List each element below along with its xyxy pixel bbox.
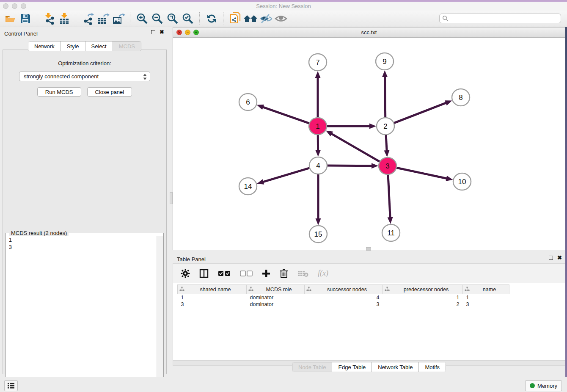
table-cell[interactable]: dominator <box>247 301 305 308</box>
graph-edge-4-14[interactable] <box>257 168 311 185</box>
hide-selected-button[interactable] <box>258 11 273 26</box>
graph-node-3[interactable]: 3 <box>379 157 396 174</box>
search-box[interactable] <box>439 14 561 23</box>
refresh-button[interactable] <box>204 11 219 26</box>
import-network-button[interactable] <box>41 11 57 26</box>
zoom-out-button[interactable] <box>150 11 165 26</box>
tab-node-table[interactable]: Node Table <box>292 362 333 372</box>
table-cell[interactable]: 4 <box>305 294 383 301</box>
float-panel-icon[interactable] <box>151 30 155 34</box>
open-file-button[interactable] <box>3 11 18 26</box>
delete-table-button[interactable] <box>297 270 308 277</box>
zoom-in-button[interactable] <box>135 11 150 26</box>
deselect-all-button[interactable] <box>240 271 253 276</box>
graph-node-11[interactable]: 11 <box>382 224 400 241</box>
delete-column-button[interactable] <box>280 269 288 278</box>
run-mcds-button[interactable]: Run MCDS <box>37 87 81 97</box>
graph-node-1[interactable]: 1 <box>309 118 327 135</box>
select-all-button[interactable] <box>218 271 231 276</box>
column-header-successor-nodes[interactable]: successor nodes <box>305 285 383 294</box>
add-column-icon <box>262 269 270 278</box>
hierarchy-icon <box>465 287 470 292</box>
table-cell[interactable]: 1 <box>178 294 247 301</box>
memory-label: Memory <box>537 383 557 389</box>
mcds-result-text[interactable]: 1 3 <box>6 236 157 392</box>
graph-edge-4-15[interactable] <box>316 173 321 225</box>
tab-select[interactable]: Select <box>85 41 113 51</box>
table-cell[interactable]: 3 <box>463 301 509 308</box>
column-header-shared-name[interactable]: shared name <box>178 285 247 294</box>
graph-node-10[interactable]: 10 <box>453 173 471 190</box>
graph-edge-2-3[interactable] <box>384 133 389 157</box>
memory-button[interactable]: Memory <box>525 380 562 391</box>
export-network-button[interactable] <box>80 11 96 26</box>
result-scrollbar[interactable] <box>157 236 163 392</box>
zoom-fit-button[interactable] <box>165 11 180 26</box>
graph-node-7[interactable]: 7 <box>309 54 327 71</box>
search-input[interactable] <box>449 15 561 22</box>
graph-edge-3-11[interactable] <box>388 173 393 224</box>
criterion-select[interactable]: strongly connected component <box>19 72 150 81</box>
export-table-button[interactable] <box>96 11 111 26</box>
tab-network[interactable]: Network <box>28 41 61 51</box>
zoom-selected-icon <box>182 12 194 25</box>
delete-column-icon <box>280 269 288 278</box>
tab-edge-table[interactable]: Edge Table <box>332 362 372 372</box>
zoom-in-icon <box>136 12 149 25</box>
graph-node-4[interactable]: 4 <box>309 157 327 174</box>
column-header-name[interactable]: name <box>463 285 509 294</box>
table-cell[interactable]: 2 <box>383 301 463 308</box>
close-panel-button[interactable]: Close panel <box>87 87 132 97</box>
zoom-selected-button[interactable] <box>180 11 195 26</box>
graph-edge-3-10[interactable] <box>395 167 453 181</box>
graph-edge-2-9[interactable] <box>382 70 388 119</box>
table-cell[interactable]: dominator <box>247 294 305 301</box>
node-table-area: shared nameMCDS rolesuccessor nodesprede… <box>173 283 565 361</box>
graph-edge-3-1[interactable] <box>326 130 381 162</box>
splitter-grip[interactable] <box>170 192 173 204</box>
table-row[interactable]: 1dominator411 <box>178 294 509 301</box>
network-bottom-grip[interactable] <box>366 247 371 251</box>
column-visibility-button[interactable] <box>199 269 209 278</box>
settings-gear-button[interactable] <box>181 269 190 278</box>
graph-edge-4-3[interactable] <box>326 163 378 168</box>
graph-edge-1-4[interactable] <box>315 133 321 157</box>
panel-splitter[interactable] <box>169 27 173 377</box>
graph-node-label: 9 <box>383 58 386 66</box>
add-column-button[interactable] <box>262 269 270 278</box>
show-all-button[interactable] <box>273 11 289 26</box>
save-session-button[interactable] <box>18 11 33 26</box>
network-overview-button[interactable] <box>228 11 243 26</box>
home-layout-button[interactable] <box>243 11 258 26</box>
task-history-button[interactable] <box>4 380 18 391</box>
table-cell[interactable]: 3 <box>305 301 383 308</box>
graph-node-15[interactable]: 15 <box>309 226 327 243</box>
graph-edge-2-8[interactable] <box>393 100 452 124</box>
close-table-panel-icon[interactable]: ✖ <box>557 256 562 260</box>
close-panel-icon[interactable]: ✖ <box>160 30 164 34</box>
tab-mcds[interactable]: MCDS <box>113 41 141 51</box>
table-cell[interactable]: 1 <box>383 294 463 301</box>
table-row[interactable]: 3dominator323 <box>178 301 509 308</box>
tab-network-table[interactable]: Network Table <box>372 362 419 372</box>
tab-style[interactable]: Style <box>61 41 85 51</box>
table-cell[interactable]: 1 <box>463 294 509 301</box>
graph-edge-1-2[interactable] <box>325 124 376 129</box>
import-table-button[interactable] <box>57 11 72 26</box>
table-cell[interactable]: 3 <box>178 301 247 308</box>
graph-node-14[interactable]: 14 <box>239 178 257 195</box>
graph-node-6[interactable]: 6 <box>239 94 257 110</box>
column-header-predecessor-nodes[interactable]: predecessor nodes <box>383 285 463 294</box>
graph-node-8[interactable]: 8 <box>452 89 470 106</box>
function-builder-button[interactable]: f(x) <box>318 269 328 278</box>
network-canvas[interactable]: 1234678910111415 <box>173 38 565 250</box>
tab-motifs[interactable]: Motifs <box>419 362 446 372</box>
graph-edge-1-7[interactable] <box>315 71 321 119</box>
graph-node-9[interactable]: 9 <box>376 53 394 70</box>
graph-edge-1-6[interactable] <box>257 105 311 124</box>
column-header-MCDS-role[interactable]: MCDS role <box>247 285 305 294</box>
graph-node-2[interactable]: 2 <box>377 118 394 135</box>
graph-node-label: 2 <box>383 122 387 130</box>
float-table-panel-icon[interactable] <box>549 256 553 260</box>
export-image-button[interactable] <box>111 11 126 26</box>
